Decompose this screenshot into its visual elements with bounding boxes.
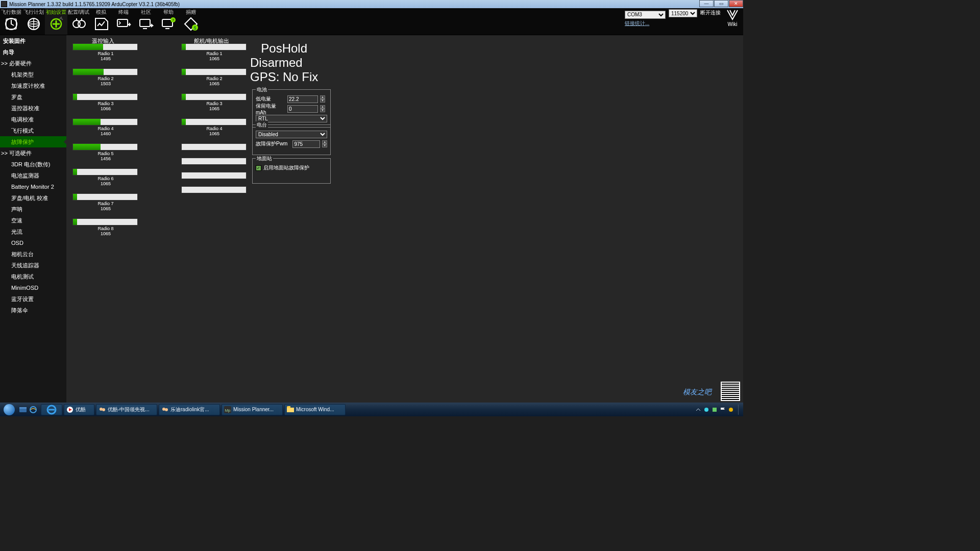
- sidebar-item[interactable]: 向导: [0, 46, 66, 58]
- sidebar-item[interactable]: 天线追踪器: [0, 260, 66, 271]
- window-titlebar: Mission Planner 1.3.32 build 1.1.5765.19…: [0, 0, 743, 8]
- window-title: Mission Planner 1.3.32 build 1.1.5765.19…: [9, 2, 180, 7]
- radio-in-bar: Radio 11495: [72, 43, 139, 61]
- com-port-select[interactable]: COM3: [625, 11, 666, 19]
- start-button[interactable]: [0, 403, 18, 416]
- sidebar-item[interactable]: 罗盘: [0, 91, 66, 103]
- svg-point-6: [78, 20, 85, 28]
- sidebar-item[interactable]: 蓝牙设置: [0, 293, 66, 305]
- watermark-qr: [721, 382, 740, 401]
- sidebar-item[interactable]: 加速度计校准: [0, 80, 66, 91]
- tray-icon[interactable]: [703, 407, 709, 413]
- taskbar-task[interactable]: 优酷-中国领先视...: [96, 404, 157, 415]
- sidebar-item[interactable]: 空速: [0, 215, 66, 226]
- svg-rect-28: [713, 408, 717, 412]
- menu-3[interactable]: 配置/调试: [67, 8, 90, 35]
- taskbar-task[interactable]: 优酷: [64, 404, 94, 415]
- main-panel: 遥控输入 舵机/电机输出 Radio 11495Radio 21503Radio…: [66, 35, 743, 416]
- sidebar-item[interactable]: 遥控器校准: [0, 103, 66, 114]
- svg-rect-25: [287, 408, 294, 412]
- radio-in-bar: Radio 71065: [72, 193, 139, 211]
- show-desktop[interactable]: [738, 405, 742, 415]
- menu-8[interactable]: 捐赠$: [180, 8, 202, 35]
- svg-point-20: [102, 408, 105, 411]
- spin-up[interactable]: ▲: [320, 95, 325, 99]
- svg-rect-26: [287, 406, 290, 408]
- spin-down[interactable]: ▼: [320, 99, 325, 103]
- radio-failsafe-group: 电台 Disabled 故障保护Pwm ▲▼: [252, 124, 331, 155]
- ie-pin-icon[interactable]: [30, 406, 37, 413]
- spin-down[interactable]: ▼: [320, 109, 325, 112]
- baud-select[interactable]: 115200: [669, 9, 697, 17]
- windows-taskbar: 优酷优酷-中国领先视...乐迪radiolink官...MpMission Pl…: [0, 403, 743, 416]
- sidebar-item[interactable]: 光流: [0, 226, 66, 237]
- menu-icon: [135, 15, 157, 33]
- menu-2[interactable]: 初始设置: [45, 8, 67, 35]
- servo-out-bar: Radio 41065: [181, 118, 248, 136]
- sidebar-item[interactable]: OSD: [0, 237, 66, 248]
- link-stats-link[interactable]: 链接统计...: [625, 20, 666, 27]
- menu-icon: $: [180, 15, 202, 33]
- taskbar-task[interactable]: MpMission Planner...: [222, 404, 283, 415]
- servo-out-bar: Radio 31065: [181, 93, 248, 111]
- reserve-mah-input[interactable]: [287, 105, 318, 113]
- arm-status: Disarmed: [250, 56, 318, 70]
- servo-out-bar: Radio 21065: [181, 68, 248, 86]
- sidebar-item[interactable]: MinimOSD: [0, 282, 66, 293]
- gcs-fs-checkbox[interactable]: ✓: [256, 165, 261, 171]
- sidebar-item[interactable]: 声呐: [0, 204, 66, 215]
- sidebar-item[interactable]: 3DR 电台(数传): [0, 159, 66, 170]
- menu-0[interactable]: 飞行数据: [0, 8, 22, 35]
- svg-point-21: [162, 408, 165, 411]
- task-icon: [287, 406, 294, 413]
- menu-4[interactable]: 模拟: [90, 8, 112, 35]
- sidebar-item[interactable]: 罗盘/电机 校准: [0, 192, 66, 204]
- radio-fs-mode-select[interactable]: Disabled: [256, 131, 327, 138]
- tray-icon[interactable]: [728, 407, 734, 413]
- gcs-failsafe-group: 地面站 ✓ 启用地面站故障保护: [252, 158, 331, 184]
- maximize-button[interactable]: ▭: [714, 0, 728, 7]
- sidebar-item[interactable]: 电调校准: [0, 114, 66, 125]
- low-voltage-input[interactable]: [287, 95, 318, 103]
- sidebar: 安装固件向导必要硬件机架类型加速度计校准罗盘遥控器校准电调校准飞行模式故障保护可…: [0, 35, 66, 416]
- menu-7[interactable]: 帮助?: [157, 8, 180, 35]
- sidebar-item[interactable]: 必要硬件: [0, 58, 66, 69]
- taskbar-task[interactable]: Microsoft Wind...: [284, 404, 346, 415]
- sidebar-item[interactable]: 可选硬件: [0, 147, 66, 159]
- svg-rect-7: [117, 19, 128, 27]
- sidebar-item[interactable]: 飞行模式: [0, 125, 66, 136]
- watermark-logo: 模友之吧: [677, 388, 718, 401]
- taskbar-task[interactable]: 乐迪radiolink官...: [159, 404, 220, 415]
- system-tray: [695, 403, 743, 416]
- disconnect-button[interactable]: 断开连接: [700, 9, 721, 16]
- sidebar-item[interactable]: 电池监测器: [0, 170, 66, 181]
- sidebar-item[interactable]: 电机测试: [0, 271, 66, 282]
- menu-1[interactable]: 飞行计划: [22, 8, 45, 35]
- sidebar-item[interactable]: 故障保护: [0, 136, 66, 147]
- tray-flag-icon[interactable]: [720, 407, 726, 413]
- tray-up-icon[interactable]: [695, 407, 701, 413]
- tray-icon[interactable]: [712, 407, 718, 413]
- task-icon: Mp: [224, 406, 231, 413]
- close-button[interactable]: ✕: [729, 0, 743, 7]
- svg-text:?: ?: [172, 18, 175, 22]
- sidebar-item[interactable]: 相机云台: [0, 248, 66, 260]
- spin-down[interactable]: ▼: [322, 144, 327, 147]
- spin-up[interactable]: ▲: [320, 105, 325, 109]
- task-icon: [66, 406, 74, 413]
- taskbar-task[interactable]: [41, 404, 62, 415]
- sidebar-item[interactable]: 安装固件: [0, 35, 66, 46]
- gps-status: GPS: No Fix: [250, 70, 318, 84]
- sidebar-item[interactable]: 降落伞: [0, 305, 66, 316]
- task-icon: [99, 406, 106, 413]
- menu-6[interactable]: 社区: [135, 8, 157, 35]
- fs-pwm-input[interactable]: [292, 140, 320, 148]
- menu-icon: [45, 15, 67, 33]
- spin-up[interactable]: ▲: [322, 140, 327, 144]
- menu-5[interactable]: 终端: [112, 8, 135, 35]
- sidebar-item[interactable]: Battery Monitor 2: [0, 181, 66, 192]
- explorer-pin-icon[interactable]: [19, 406, 27, 413]
- wiki-button[interactable]: Wiki: [724, 9, 741, 27]
- minimize-button[interactable]: —: [699, 0, 714, 7]
- sidebar-item[interactable]: 机架类型: [0, 69, 66, 80]
